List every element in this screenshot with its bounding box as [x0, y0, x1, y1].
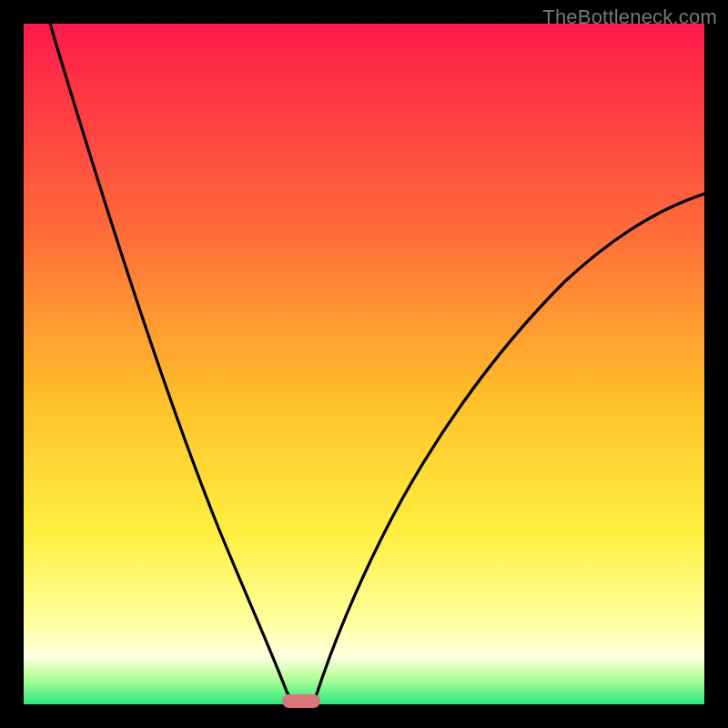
chart-background [24, 24, 704, 704]
chart-container: TheBottleneck.com [0, 0, 728, 728]
watermark-text: TheBottleneck.com [542, 5, 717, 29]
optimal-marker [282, 694, 320, 708]
chart-svg [0, 0, 728, 728]
